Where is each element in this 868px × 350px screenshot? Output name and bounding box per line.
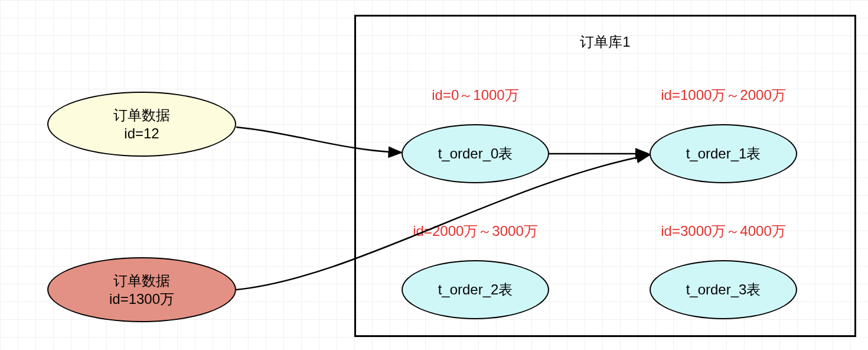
range-3: id=3000万～4000万 [626, 222, 821, 241]
source-2-text-1: 订单数据 [113, 271, 170, 290]
table-0: t_order_0表 [402, 124, 549, 183]
source-1-text-2: id=12 [124, 124, 159, 142]
table-1-label: t_order_1表 [686, 144, 761, 163]
source-2-text-2: id=1300万 [109, 290, 174, 308]
table-1: t_order_1表 [650, 124, 797, 183]
table-2: t_order_2表 [402, 260, 549, 319]
range-2: id=2000万～3000万 [378, 222, 573, 241]
range-1: id=1000万～2000万 [626, 86, 821, 105]
range-0: id=0～1000万 [378, 86, 573, 105]
source-order-12: 订单数据 id=12 [47, 92, 236, 157]
db-title: 订单库1 [354, 33, 856, 51]
table-3: t_order_3表 [650, 260, 797, 319]
table-0-label: t_order_0表 [438, 144, 513, 163]
table-2-label: t_order_2表 [438, 280, 513, 299]
source-1-text-1: 订单数据 [113, 106, 170, 124]
table-3-label: t_order_3表 [686, 280, 761, 299]
source-order-1300w: 订单数据 id=1300万 [47, 257, 236, 322]
